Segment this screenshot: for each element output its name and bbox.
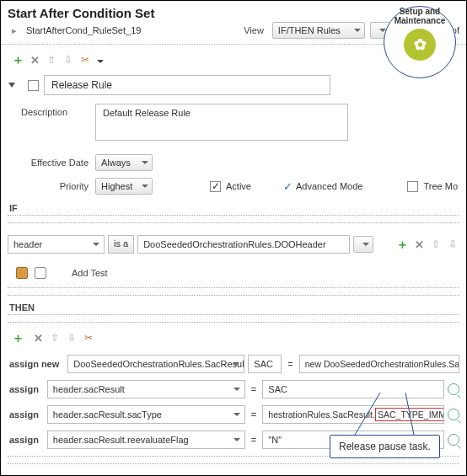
- description-label: Description: [21, 104, 89, 141]
- active-checkbox[interactable]: [210, 181, 221, 192]
- setup-maintenance-badge[interactable]: Setup and Maintenance ✿: [384, 6, 456, 78]
- gear-icon: ✿: [404, 29, 436, 61]
- assign-mid[interactable]: SAC: [248, 355, 282, 373]
- view-value: IF/THEN Rules: [278, 25, 341, 35]
- assign-lhs[interactable]: header.sacResult: [47, 380, 245, 398]
- assign-rhs-text: SAC: [268, 384, 287, 394]
- active-label: Active: [226, 181, 251, 191]
- equals: =: [249, 384, 259, 394]
- rule-name-input[interactable]: Release Rule: [44, 75, 330, 95]
- assign-lhs[interactable]: header.sacResult.reevaluateFlag: [47, 431, 245, 449]
- expand-icon[interactable]: ▸: [8, 24, 21, 37]
- view-dropdown[interactable]: IF/THEN Rules: [272, 22, 365, 39]
- down-icon[interactable]: ⇩: [62, 53, 75, 67]
- priority-dropdown[interactable]: Highest: [95, 178, 153, 195]
- assign-action: assign: [8, 435, 40, 445]
- tree-checkbox[interactable]: [407, 181, 418, 192]
- effdate-value: Always: [101, 158, 131, 168]
- assign-action: assign: [8, 384, 40, 394]
- condition-rhs-dd[interactable]: [353, 236, 373, 253]
- then-down-icon[interactable]: ⇩: [65, 331, 78, 345]
- assign-rhs[interactable]: hestrationRules.SacResult.SAC_TYPE_IMMED…: [262, 405, 444, 424]
- assign-lhs-text: header.sacResult: [53, 384, 125, 394]
- add-test-label[interactable]: Add Test: [72, 268, 108, 278]
- then-up-icon[interactable]: ⇧: [48, 331, 62, 345]
- description-text: Default Release Rule: [103, 108, 191, 118]
- leaf-icon[interactable]: [35, 267, 46, 279]
- assign-row-2: assign header.sacResult.sacType = hestra…: [1, 402, 466, 427]
- condition-lhs[interactable]: header: [8, 235, 105, 254]
- equals: =: [285, 359, 295, 369]
- priority-label: Priority: [21, 181, 89, 191]
- assign-lhs[interactable]: DooSeededOrchestrationRules.SacResult: [67, 355, 244, 373]
- equals: =: [249, 409, 259, 420]
- assign-rhs[interactable]: new DooSeededOrchestrationRules.SacResul…: [299, 355, 459, 373]
- cube-icon[interactable]: [16, 267, 28, 279]
- condition-rhs-text: DooSeededOrchestrationRules.DOOHeader: [143, 239, 325, 249]
- condition-rhs[interactable]: DooSeededOrchestrationRules.DOOHeader: [137, 235, 350, 254]
- view-label: View: [244, 25, 264, 35]
- assign-lhs-text: DooSeededOrchestrationRules.SacResult: [73, 359, 244, 369]
- equals: =: [249, 435, 259, 445]
- advanced-label: Advanced Mode: [296, 181, 363, 191]
- sac-type-highlight: SAC_TYPE_IMMEDIATE: [375, 408, 444, 421]
- assign-action: assign: [8, 409, 40, 420]
- search-icon[interactable]: [448, 409, 459, 420]
- assign-row-1: assign header.sacResult = SAC: [1, 377, 466, 402]
- assign-action: assign new: [8, 359, 61, 369]
- effdate-label: Effective Date: [21, 158, 89, 168]
- ruleset-name: StartAfterCond_RuleSet_19: [26, 25, 141, 35]
- rule-name-text: Release Rule: [51, 79, 112, 91]
- then-cut-icon[interactable]: ✂: [82, 331, 95, 345]
- assign-lhs[interactable]: header.sacResult.sacType: [47, 405, 245, 424]
- search-icon[interactable]: [448, 434, 459, 446]
- then-toolbar: ＋ ✕ ⇧ ⇩ ✂: [1, 324, 466, 351]
- badge-line1: Setup and: [400, 7, 440, 16]
- callout-box: Release pause task.: [330, 435, 440, 458]
- cond-del-icon[interactable]: ✕: [412, 238, 426, 251]
- assign-rhs-text: new DooSeededOrchestrationRules.SacResul…: [305, 359, 459, 369]
- then-del-icon[interactable]: ✕: [31, 331, 45, 345]
- if-label: IF: [1, 198, 466, 213]
- cond-down-icon[interactable]: ⇩: [446, 238, 459, 251]
- up-icon[interactable]: ⇧: [45, 53, 58, 67]
- condition-op-text: is a: [114, 238, 128, 249]
- cut-icon[interactable]: ✂: [78, 53, 92, 67]
- cond-add-icon[interactable]: ＋: [395, 238, 409, 251]
- badge-line2: Maintenance: [395, 16, 446, 25]
- assign-lhs-text: header.sacResult.sacType: [53, 409, 162, 420]
- condition-op[interactable]: is a: [108, 235, 134, 254]
- condition-lhs-text: header: [13, 239, 42, 249]
- priority-value: Highest: [101, 181, 132, 191]
- cond-up-icon[interactable]: ⇧: [429, 238, 443, 251]
- delete-icon[interactable]: ✕: [28, 53, 41, 67]
- effdate-dropdown[interactable]: Always: [95, 154, 153, 171]
- tree-label: Tree Mo: [423, 181, 458, 191]
- assign-rhs-text: "N": [268, 435, 282, 445]
- assign-lhs-text: header.sacResult.reevaluateFlag: [53, 435, 189, 445]
- toolbar-caret[interactable]: [95, 55, 104, 65]
- callout-text: Release pause task.: [339, 441, 431, 452]
- assign-rhs-prefix: hestrationRules.SacResult.: [268, 409, 375, 420]
- search-icon[interactable]: [448, 383, 459, 395]
- assign-row-0: assign new DooSeededOrchestrationRules.S…: [1, 351, 466, 377]
- advanced-check-icon[interactable]: [283, 180, 293, 193]
- description-input[interactable]: Default Release Rule: [95, 104, 348, 141]
- collapse-icon[interactable]: [8, 83, 15, 88]
- add-icon[interactable]: ＋: [11, 53, 24, 67]
- then-add-icon[interactable]: ＋: [11, 331, 24, 345]
- assign-mid-text: SAC: [254, 359, 273, 369]
- then-label: THEN: [1, 297, 466, 313]
- assign-rhs[interactable]: SAC: [262, 380, 444, 398]
- rule-checkbox[interactable]: [28, 80, 39, 91]
